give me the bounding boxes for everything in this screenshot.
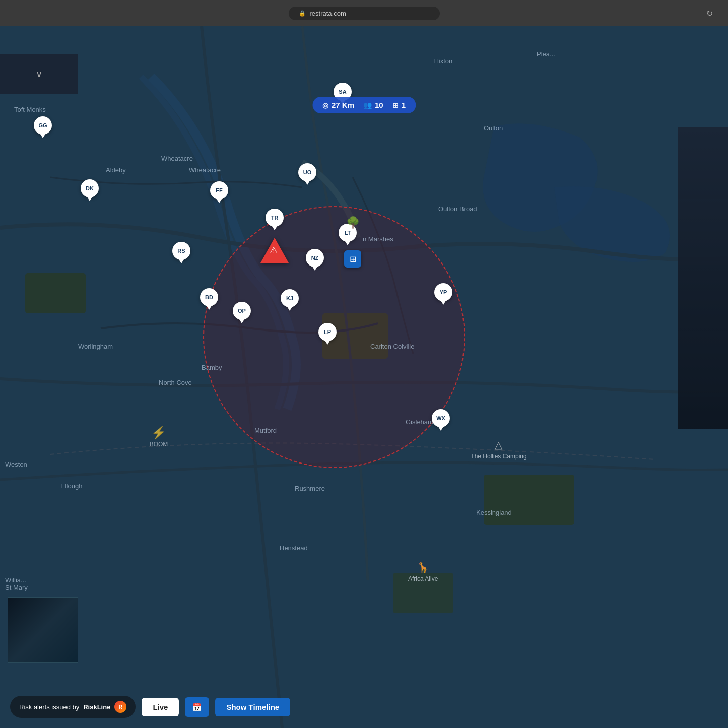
reload-button[interactable]: ↻ bbox=[706, 9, 713, 18]
url-text: restrata.com bbox=[310, 10, 346, 17]
camping-icon: △ bbox=[471, 439, 526, 451]
africa-alive-marker[interactable]: 🦒 Africa Alive bbox=[408, 561, 438, 582]
pin-DK[interactable]: DK bbox=[81, 179, 99, 197]
sidebar-toggle[interactable]: ∨ bbox=[0, 54, 78, 94]
risk-badge: Risk alerts issued by RiskLine R bbox=[10, 696, 136, 718]
pin-GG[interactable]: GG bbox=[34, 116, 52, 135]
minimap[interactable] bbox=[8, 597, 78, 663]
place-label-kessingland: Kessingland bbox=[476, 509, 512, 516]
pin-BD[interactable]: BD bbox=[200, 288, 218, 306]
pin-TR[interactable]: TR bbox=[266, 209, 284, 227]
camping-label: The Hollies Camping bbox=[471, 453, 526, 460]
alert-triangle[interactable] bbox=[260, 238, 289, 263]
place-label-rushmere: Rushmere bbox=[295, 485, 325, 492]
alerts-icon: ⊞ bbox=[392, 101, 399, 109]
info-bar: ◎ 27 Km 👥 10 ⊞ 1 bbox=[312, 97, 416, 113]
chevron-down-icon[interactable]: ∨ bbox=[36, 69, 42, 80]
people-icon: 👥 bbox=[363, 101, 372, 109]
info-bar-alerts-value: 1 bbox=[402, 101, 406, 109]
pin-OP[interactable]: OP bbox=[233, 302, 251, 320]
pin-UO[interactable]: UO bbox=[298, 163, 316, 181]
person-silhouette bbox=[678, 127, 728, 429]
africa-alive-icon: 🦒 bbox=[408, 561, 438, 573]
building-marker[interactable]: ⊞ bbox=[344, 250, 361, 268]
place-label-north-cove: North Cove bbox=[159, 379, 192, 386]
boom-icon: ⚡ bbox=[150, 426, 168, 440]
nature-marker: 🌳 bbox=[346, 216, 360, 229]
riskline-icon: R bbox=[114, 701, 126, 713]
place-label-aldeby: Aldeby bbox=[106, 166, 126, 174]
place-label-henstead: Henstead bbox=[280, 544, 308, 552]
pin-LP[interactable]: LP bbox=[318, 323, 337, 341]
place-label-oulton: Oulton bbox=[484, 124, 503, 132]
place-label-carlton-colville: Carlton Colville bbox=[370, 343, 414, 350]
boom-marker[interactable]: ⚡ BOOM bbox=[150, 426, 168, 448]
pin-KJ[interactable]: KJ bbox=[281, 289, 299, 307]
browser-chrome: 🔒 restrata.com ↻ bbox=[0, 0, 728, 26]
calendar-icon: 📅 bbox=[192, 703, 202, 711]
place-label-gisleham: Gisleham bbox=[406, 418, 433, 426]
info-bar-people: 👥 10 bbox=[363, 101, 383, 109]
place-label-marshes: n Marshes bbox=[363, 235, 393, 243]
pin-YP[interactable]: YP bbox=[434, 283, 452, 301]
minimap-inner bbox=[8, 598, 78, 662]
address-bar: 🔒 restrata.com bbox=[289, 7, 440, 20]
place-label-ellough: Ellough bbox=[60, 482, 82, 490]
risk-alerts-text: Risk alerts issued by bbox=[19, 703, 79, 711]
info-bar-distance: ◎ 27 Km bbox=[322, 101, 354, 109]
map-container[interactable]: ◎ 27 Km 👥 10 ⊞ 1 ∨ Flixton Oulton Oulton… bbox=[0, 26, 728, 728]
place-label-bamby: Bamby bbox=[202, 364, 222, 371]
boom-label: BOOM bbox=[150, 441, 168, 448]
place-label-toft-monks: Toft Monks bbox=[14, 106, 46, 113]
show-timeline-button[interactable]: Show Timeline bbox=[215, 698, 290, 716]
riskline-logo: RiskLine bbox=[83, 703, 110, 711]
bottom-bar: Risk alerts issued by RiskLine R Live 📅 … bbox=[10, 696, 718, 718]
place-label-willia: Willia... bbox=[5, 576, 26, 584]
place-label-flixton: Flixton bbox=[433, 57, 452, 65]
info-bar-alerts: ⊞ 1 bbox=[392, 101, 406, 109]
camping-marker[interactable]: △ The Hollies Camping bbox=[471, 439, 526, 460]
calendar-button[interactable]: 📅 bbox=[185, 697, 209, 717]
pin-FF[interactable]: FF bbox=[210, 181, 228, 200]
place-label-wheatacre1: Wheatacre bbox=[161, 155, 193, 162]
place-label-mutford: Mutford bbox=[254, 427, 277, 434]
pin-RS[interactable]: RS bbox=[172, 242, 190, 260]
distance-icon: ◎ bbox=[322, 101, 328, 109]
map-roads-svg bbox=[0, 26, 728, 728]
place-label-wheatacre2: Wheatacre bbox=[189, 166, 221, 174]
place-label-oulton-broad: Oulton Broad bbox=[438, 205, 477, 213]
pin-NZ[interactable]: NZ bbox=[306, 249, 324, 267]
svg-rect-2 bbox=[484, 475, 574, 525]
place-label-weston: Weston bbox=[5, 460, 27, 468]
place-label-plea: Plea... bbox=[537, 50, 555, 58]
svg-rect-0 bbox=[25, 273, 86, 313]
pin-WX[interactable]: WX bbox=[432, 409, 450, 427]
africa-alive-label: Africa Alive bbox=[408, 575, 438, 582]
live-button[interactable]: Live bbox=[142, 698, 179, 716]
info-bar-people-value: 10 bbox=[375, 101, 383, 109]
lock-icon: 🔒 bbox=[299, 10, 306, 17]
info-bar-distance-value: 27 Km bbox=[332, 101, 354, 109]
place-label-st-mary: St Mary bbox=[5, 584, 28, 591]
place-label-worlingham: Worlingham bbox=[78, 343, 113, 350]
